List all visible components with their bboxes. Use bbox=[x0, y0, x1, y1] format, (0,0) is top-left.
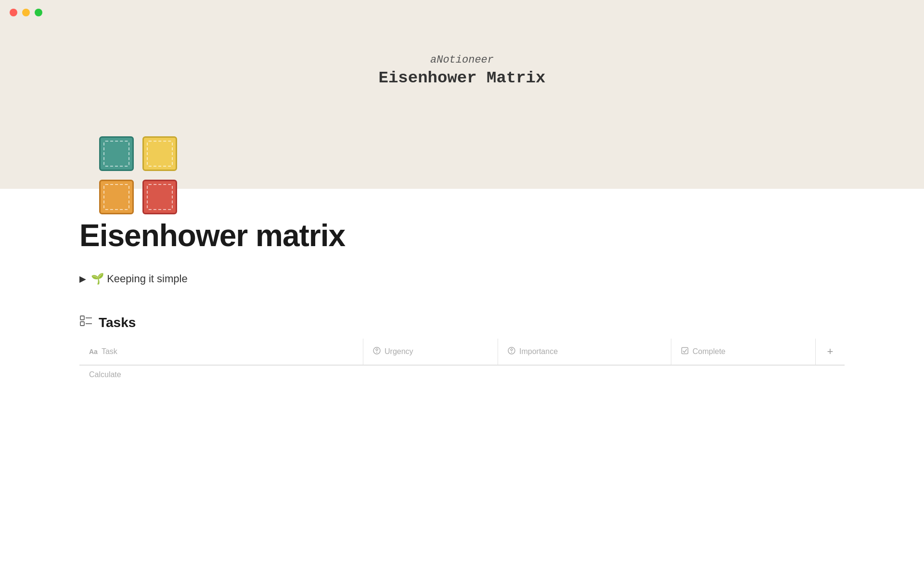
matrix-cell-orange-inner bbox=[99, 180, 134, 214]
add-column-button[interactable]: + bbox=[816, 339, 845, 365]
col-importance-header: Importance bbox=[498, 339, 671, 365]
importance-col-label: Importance bbox=[519, 347, 558, 356]
svg-point-7 bbox=[511, 352, 512, 353]
matrix-cell-teal bbox=[96, 133, 137, 174]
calculate-hint: Calculate bbox=[89, 370, 121, 379]
matrix-cell-yellow-inner bbox=[142, 136, 177, 171]
col-task-header: Aa Task bbox=[79, 339, 363, 365]
col-complete-header: Complete bbox=[671, 339, 816, 365]
tasks-header: Tasks bbox=[79, 314, 845, 331]
matrix-cell-red bbox=[139, 176, 180, 217]
task-col-icon: Aa bbox=[89, 348, 98, 355]
urgency-col-icon bbox=[373, 347, 381, 356]
task-col-label: Task bbox=[102, 347, 117, 356]
page-title: Eisenhower matrix bbox=[79, 218, 845, 253]
table-header: Aa Task Urgency Importa bbox=[79, 339, 845, 365]
main-content: Eisenhower matrix ▶ 🌱 Keeping it simple … bbox=[0, 218, 924, 384]
urgency-col-label: Urgency bbox=[385, 347, 413, 356]
close-button[interactable] bbox=[10, 9, 17, 16]
toggle-emoji: 🌱 bbox=[91, 273, 104, 285]
hero-subtitle: aNotioneer bbox=[430, 54, 494, 66]
toggle-text: Keeping it simple bbox=[107, 273, 188, 285]
maximize-button[interactable] bbox=[35, 9, 42, 16]
svg-rect-1 bbox=[80, 322, 84, 326]
matrix-cell-orange bbox=[96, 176, 137, 217]
tasks-title: Tasks bbox=[99, 315, 136, 330]
complete-col-icon bbox=[681, 347, 689, 356]
matrix-cell-teal-inner bbox=[99, 136, 134, 171]
toggle-label: 🌱 Keeping it simple bbox=[91, 273, 188, 285]
matrix-cell-red-inner bbox=[142, 180, 177, 214]
svg-point-5 bbox=[376, 352, 377, 353]
hero-banner: aNotioneer Eisenhower Matrix bbox=[0, 25, 924, 189]
toggle-arrow: ▶ bbox=[79, 274, 86, 284]
svg-rect-8 bbox=[682, 348, 688, 354]
table-bottom-row: Calculate bbox=[79, 365, 845, 384]
importance-col-icon bbox=[508, 347, 515, 356]
toggle-row[interactable]: ▶ 🌱 Keeping it simple bbox=[79, 273, 845, 285]
matrix-icon-grid bbox=[94, 131, 180, 218]
minimize-button[interactable] bbox=[22, 9, 30, 16]
title-bar bbox=[0, 0, 924, 25]
tasks-icon bbox=[79, 314, 93, 331]
col-urgency-header: Urgency bbox=[363, 339, 498, 365]
matrix-cell-yellow bbox=[139, 133, 180, 174]
svg-rect-0 bbox=[80, 316, 84, 320]
hero-title: Eisenhower Matrix bbox=[379, 69, 546, 87]
complete-col-label: Complete bbox=[693, 347, 725, 356]
